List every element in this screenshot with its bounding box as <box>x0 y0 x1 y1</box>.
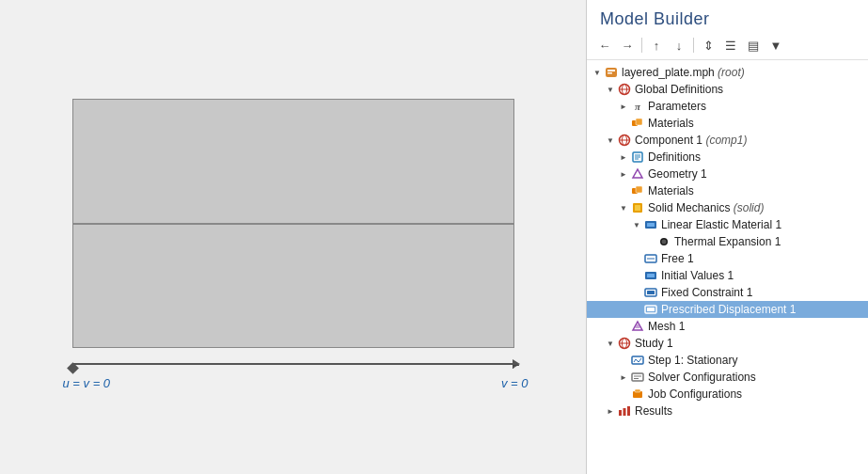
free1-icon <box>643 251 658 266</box>
plate-container: ⌐ u = v = 0 v = 0 <box>72 99 514 348</box>
geometry1-icon <box>630 166 645 182</box>
solver-configs-icon <box>630 370 645 385</box>
expand-prescribed-disp[interactable] <box>630 303 643 316</box>
expand-step-stationary[interactable] <box>617 354 630 367</box>
expand-solid-mechanics[interactable]: ▼ <box>617 201 630 214</box>
tree-item-linear-elastic[interactable]: ▼ Linear Elastic Material 1 <box>587 216 868 233</box>
svg-rect-46 <box>627 406 630 416</box>
svg-rect-44 <box>619 410 622 416</box>
forward-button[interactable]: → <box>617 35 638 55</box>
layout-button[interactable]: ⇕ <box>698 35 718 55</box>
expand-initial-values[interactable] <box>630 269 643 282</box>
expand-job-configs[interactable] <box>617 387 630 401</box>
parameters-label: Parameters <box>648 100 706 113</box>
expand-mesh1[interactable] <box>617 320 630 333</box>
solver-configs-label: Solver Configurations <box>648 371 756 384</box>
tree-item-initial-values[interactable]: Initial Values 1 <box>587 267 868 284</box>
results-label: Results <box>635 404 672 418</box>
toolbar-separator-1 <box>641 38 642 53</box>
svg-rect-31 <box>647 308 655 311</box>
tree-item-global-definitions[interactable]: ▼ Global Definitions <box>587 81 868 98</box>
plate-divider <box>73 223 513 225</box>
global-materials-icon <box>630 116 645 131</box>
linear-elastic-label: Linear Elastic Material 1 <box>661 218 781 231</box>
expand-geometry1[interactable]: ► <box>617 167 630 181</box>
expand-thermal[interactable] <box>643 235 656 248</box>
definitions-label: Definitions <box>648 150 701 164</box>
svg-rect-45 <box>623 408 626 416</box>
tree-item-mesh1[interactable]: Mesh 1 <box>587 318 868 335</box>
expand-study1[interactable]: ▼ <box>604 337 617 350</box>
svg-rect-43 <box>635 389 640 392</box>
tree-item-prescribed-displacement[interactable]: Prescribed Displacement 1 <box>587 301 868 318</box>
expand-global-def[interactable]: ▼ <box>604 83 617 96</box>
step-stationary-label: Step 1: Stationary <box>648 354 737 367</box>
columns-button[interactable]: ▤ <box>743 35 764 55</box>
component1-icon <box>617 133 632 148</box>
geometry-canvas: ⌐ u = v = 0 v = 0 <box>19 19 567 455</box>
root-label: layered_plate.mph (root) <box>622 66 745 79</box>
tree-item-solver-configs[interactable]: ► Solver Configurations <box>587 369 868 386</box>
svg-rect-19 <box>635 205 640 211</box>
svg-rect-17 <box>636 186 642 193</box>
svg-rect-39 <box>632 373 643 381</box>
expand-parameters[interactable]: ► <box>617 100 630 113</box>
model-builder-panel: Model Builder ← → ↑ ↓ ⇕ ☰ ▤ ▼ ▼ layered_… <box>586 0 868 474</box>
svg-point-23 <box>662 240 667 245</box>
expand-global-materials[interactable] <box>617 117 630 130</box>
tree-item-thermal-expansion[interactable]: Thermal Expansion 1 <box>587 233 868 250</box>
expand-definitions[interactable]: ► <box>617 150 630 164</box>
svg-rect-2 <box>608 72 612 74</box>
prescribed-disp-icon <box>643 302 658 317</box>
tree-item-free1[interactable]: Free 1 <box>587 250 868 267</box>
tree-item-results[interactable]: ► Results <box>587 403 868 419</box>
expand-linear-elastic[interactable]: ▼ <box>630 218 643 231</box>
tree-item-study1[interactable]: ▼ Study 1 <box>587 335 868 352</box>
model-builder-title: Model Builder <box>587 0 868 33</box>
tree-item-comp-materials[interactable]: Materials <box>587 182 868 199</box>
expand-results[interactable]: ► <box>604 404 617 418</box>
expand-component1[interactable]: ▼ <box>604 134 617 147</box>
tree-item-job-configs[interactable]: Job Configurations <box>587 386 868 403</box>
label-uv0: u = v = 0 <box>63 376 111 390</box>
move-down-button[interactable]: ↓ <box>669 35 689 55</box>
tree-item-definitions[interactable]: ► Definitions <box>587 149 868 166</box>
initial-values-label: Initial Values 1 <box>661 269 734 282</box>
tree-item-root[interactable]: ▼ layered_plate.mph (root) <box>587 64 868 81</box>
geometry1-label: Geometry 1 <box>648 167 707 181</box>
solid-mechanics-icon <box>630 200 645 215</box>
model-tree: ▼ layered_plate.mph (root) ▼ Global Defi… <box>587 60 868 474</box>
job-configs-icon <box>630 387 645 402</box>
model-builder-toolbar: ← → ↑ ↓ ⇕ ☰ ▤ ▼ <box>587 33 868 60</box>
tree-item-component1[interactable]: ▼ Component 1 (comp1) <box>587 132 868 149</box>
parameters-icon: π <box>630 99 645 114</box>
tree-item-solid-mechanics[interactable]: ▼ Solid Mechanics (solid) <box>587 199 868 216</box>
prescribed-disp-label: Prescribed Displacement 1 <box>661 303 796 316</box>
expand-root[interactable]: ▼ <box>591 66 604 79</box>
plate-shape <box>72 99 514 348</box>
free1-label: Free 1 <box>661 252 694 265</box>
mesh1-icon <box>630 319 645 334</box>
study1-icon <box>617 336 632 351</box>
results-icon <box>617 403 632 419</box>
tree-item-parameters[interactable]: ► π Parameters <box>587 98 868 115</box>
definitions-icon <box>630 150 645 165</box>
tree-item-global-materials[interactable]: Materials <box>587 115 868 132</box>
svg-rect-7 <box>636 118 642 125</box>
view-button[interactable]: ☰ <box>720 35 741 55</box>
move-up-button[interactable]: ↑ <box>646 35 667 55</box>
tree-item-step-stationary[interactable]: Step 1: Stationary <box>587 352 868 369</box>
svg-rect-38 <box>632 356 643 364</box>
expand-comp-materials[interactable] <box>617 184 630 198</box>
tree-item-geometry1[interactable]: ► Geometry 1 <box>587 166 868 182</box>
back-button[interactable]: ← <box>594 35 615 55</box>
more-button[interactable]: ▼ <box>765 35 786 55</box>
global-def-icon <box>617 82 632 97</box>
study1-label: Study 1 <box>635 337 673 350</box>
expand-fixed-constraint[interactable] <box>630 286 643 299</box>
thermal-expansion-label: Thermal Expansion 1 <box>674 235 781 248</box>
tree-item-fixed-constraint[interactable]: Fixed Constraint 1 <box>587 284 868 301</box>
toolbar-separator-2 <box>693 38 694 53</box>
expand-free1[interactable] <box>630 252 643 265</box>
expand-solver-configs[interactable]: ► <box>617 371 630 384</box>
